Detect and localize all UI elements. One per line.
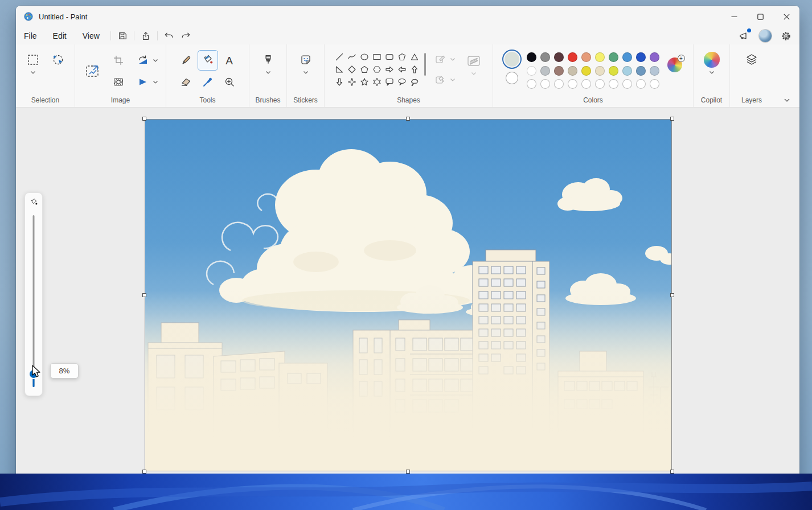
menu-edit[interactable]: Edit bbox=[45, 30, 75, 42]
palette-color-swatch[interactable] bbox=[581, 52, 591, 62]
palette-color-swatch[interactable] bbox=[636, 66, 646, 76]
shape-fill-chevron[interactable] bbox=[450, 77, 456, 82]
palette-color-swatch[interactable] bbox=[609, 79, 618, 89]
flip-button[interactable] bbox=[134, 72, 151, 92]
brushes-button[interactable] bbox=[258, 50, 278, 70]
shape-star-six[interactable] bbox=[371, 76, 383, 88]
flip-dropdown-chevron[interactable] bbox=[153, 80, 158, 84]
eyedropper-tool-button[interactable] bbox=[198, 72, 218, 92]
palette-color-swatch[interactable] bbox=[622, 79, 632, 89]
palette-color-swatch[interactable] bbox=[527, 52, 536, 62]
shape-callout-cloud[interactable] bbox=[408, 76, 421, 88]
shape-diamond[interactable] bbox=[346, 63, 358, 76]
shape-star-four[interactable] bbox=[346, 76, 358, 88]
shape-rounded-rectangle[interactable] bbox=[383, 51, 396, 63]
palette-color-swatch[interactable] bbox=[554, 66, 564, 76]
rotate-button[interactable] bbox=[134, 50, 151, 71]
smart-select-button[interactable] bbox=[48, 50, 68, 70]
palette-color-swatch[interactable] bbox=[622, 52, 632, 62]
title-bar[interactable]: Untitled - Paint bbox=[16, 6, 799, 27]
shape-outline-chevron[interactable] bbox=[450, 57, 456, 61]
minimize-button[interactable] bbox=[721, 6, 747, 27]
palette-color-swatch[interactable] bbox=[650, 66, 659, 76]
close-button[interactable] bbox=[773, 6, 799, 27]
palette-color-swatch[interactable] bbox=[595, 79, 605, 89]
share-button[interactable] bbox=[137, 29, 154, 43]
shape-callout-oval[interactable] bbox=[396, 76, 408, 88]
palette-color-swatch[interactable] bbox=[568, 52, 577, 62]
palette-color-swatch[interactable] bbox=[609, 52, 618, 62]
selection-handle[interactable] bbox=[670, 293, 674, 297]
feedback-megaphone-icon[interactable] bbox=[739, 30, 750, 42]
shape-outline-button[interactable] bbox=[432, 51, 449, 68]
edit-colors-button[interactable]: + bbox=[667, 57, 682, 72]
shape-ellipse[interactable] bbox=[358, 51, 371, 63]
palette-color-swatch[interactable] bbox=[595, 52, 605, 62]
palette-color-swatch[interactable] bbox=[581, 66, 591, 76]
palette-color-swatch[interactable] bbox=[540, 79, 550, 89]
undo-button[interactable] bbox=[161, 29, 178, 43]
shape-curve[interactable] bbox=[346, 51, 358, 63]
redo-button[interactable] bbox=[178, 29, 195, 43]
shape-hexagon[interactable] bbox=[371, 63, 383, 76]
account-avatar[interactable] bbox=[759, 30, 772, 42]
save-button[interactable] bbox=[114, 29, 131, 43]
palette-color-swatch[interactable] bbox=[636, 52, 646, 62]
selection-handle[interactable] bbox=[142, 117, 146, 121]
palette-color-swatch[interactable] bbox=[540, 52, 550, 62]
layers-button[interactable] bbox=[741, 50, 762, 70]
brushes-dropdown-chevron[interactable] bbox=[265, 70, 271, 75]
palette-color-swatch[interactable] bbox=[581, 79, 591, 89]
ribbon-collapse-chevron[interactable] bbox=[784, 97, 790, 102]
secondary-color-swatch[interactable] bbox=[506, 72, 518, 84]
shape-heart[interactable] bbox=[333, 88, 346, 89]
copilot-dropdown-chevron[interactable] bbox=[709, 70, 715, 75]
palette-color-swatch[interactable] bbox=[540, 66, 550, 76]
palette-color-swatch[interactable] bbox=[595, 66, 605, 76]
shape-rectangle[interactable] bbox=[371, 51, 383, 63]
shape-polygon[interactable] bbox=[396, 51, 408, 63]
shape-lightning[interactable] bbox=[346, 88, 358, 89]
palette-color-swatch[interactable] bbox=[650, 52, 659, 62]
selection-handle[interactable] bbox=[670, 117, 674, 121]
selection-handle[interactable] bbox=[406, 117, 410, 121]
rotate-dropdown-chevron[interactable] bbox=[153, 58, 158, 63]
stickers-button[interactable] bbox=[296, 50, 316, 70]
palette-color-swatch[interactable] bbox=[609, 66, 618, 76]
palette-color-swatch[interactable] bbox=[527, 66, 536, 76]
shape-arrow-right[interactable] bbox=[383, 63, 396, 76]
palette-color-swatch[interactable] bbox=[650, 79, 659, 89]
pencil-tool-button[interactable] bbox=[176, 50, 196, 71]
eraser-tool-button[interactable] bbox=[176, 72, 196, 92]
rectangle-select-button[interactable] bbox=[23, 50, 43, 70]
line-size-chevron[interactable] bbox=[471, 71, 477, 76]
shape-callout-rounded[interactable] bbox=[383, 76, 396, 88]
line-size-button[interactable] bbox=[464, 51, 484, 71]
selection-handle[interactable] bbox=[670, 470, 674, 474]
palette-color-swatch[interactable] bbox=[554, 79, 564, 89]
canvas[interactable] bbox=[145, 120, 671, 471]
selection-handle[interactable] bbox=[142, 293, 146, 297]
shape-arrow-up[interactable] bbox=[408, 63, 421, 76]
crop-button[interactable] bbox=[108, 50, 129, 71]
palette-color-swatch[interactable] bbox=[568, 66, 577, 76]
remove-background-button[interactable] bbox=[108, 72, 129, 92]
text-tool-button[interactable]: A bbox=[219, 50, 240, 71]
copilot-button[interactable] bbox=[702, 50, 722, 70]
menu-file[interactable]: File bbox=[16, 30, 45, 42]
maximize-button[interactable] bbox=[747, 6, 773, 27]
stickers-dropdown-chevron[interactable] bbox=[303, 70, 309, 75]
shapes-scrollbar[interactable] bbox=[424, 53, 426, 76]
magnifier-tool-button[interactable] bbox=[219, 72, 240, 92]
resize-image-button[interactable] bbox=[83, 61, 103, 81]
fill-tool-button[interactable] bbox=[198, 50, 218, 71]
shape-arrow-down[interactable] bbox=[333, 76, 346, 88]
palette-color-swatch[interactable] bbox=[622, 66, 632, 76]
shape-right-triangle[interactable] bbox=[333, 63, 346, 76]
slider-track[interactable] bbox=[33, 215, 35, 387]
palette-color-swatch[interactable] bbox=[636, 79, 646, 89]
settings-gear-icon[interactable] bbox=[781, 31, 792, 42]
shape-fill-button[interactable] bbox=[432, 71, 449, 88]
selection-handle[interactable] bbox=[142, 470, 146, 474]
shape-line[interactable] bbox=[333, 51, 346, 63]
